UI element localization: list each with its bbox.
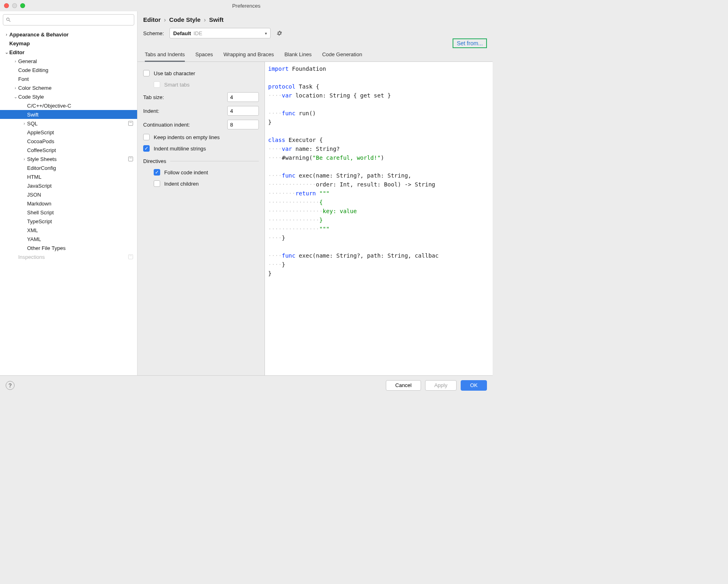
tab-code-generation[interactable]: Code Generation bbox=[322, 51, 362, 61]
scheme-label: Scheme: bbox=[143, 30, 164, 36]
chevron-down-icon: ▾ bbox=[265, 31, 267, 36]
sidebar-item-code-style[interactable]: ⌄Code Style bbox=[0, 92, 137, 101]
indent-input[interactable] bbox=[227, 106, 259, 116]
sidebar-item-style-sheets[interactable]: ›Style Sheets bbox=[0, 154, 137, 163]
sidebar-item-html[interactable]: HTML bbox=[0, 172, 137, 181]
sidebar-item-keymap[interactable]: Keymap bbox=[0, 39, 137, 48]
sidebar: ›Appearance & BehaviorKeymap⌄Editor›Gene… bbox=[0, 11, 138, 375]
set-from-link[interactable]: Set from... bbox=[453, 38, 487, 48]
sidebar-item-editor[interactable]: ⌄Editor bbox=[0, 48, 137, 57]
search-field[interactable] bbox=[13, 17, 131, 23]
tab-tabs-and-indents[interactable]: Tabs and Indents bbox=[145, 51, 185, 62]
directives-section: Directives bbox=[143, 158, 166, 164]
cancel-button[interactable]: Cancel bbox=[386, 380, 421, 391]
apply-button[interactable]: Apply bbox=[425, 380, 457, 391]
sidebar-item-applescript[interactable]: AppleScript bbox=[0, 128, 137, 137]
search-input[interactable] bbox=[3, 14, 134, 25]
sidebar-item-c-c-objective-c[interactable]: C/C++/Objective-C bbox=[0, 101, 137, 110]
sidebar-item-color-scheme[interactable]: ›Color Scheme bbox=[0, 83, 137, 92]
tab-size-label: Tab size: bbox=[143, 94, 164, 100]
tabs: Tabs and IndentsSpacesWrapping and Brace… bbox=[138, 42, 493, 62]
project-badge-icon bbox=[128, 121, 133, 126]
sidebar-item-swift[interactable]: Swift bbox=[0, 110, 137, 119]
follow-code-indent-checkbox[interactable]: Follow code indent bbox=[143, 167, 259, 178]
sidebar-item-shell-script[interactable]: Shell Script bbox=[0, 208, 137, 217]
gear-icon[interactable] bbox=[276, 30, 283, 36]
settings-panel: Use tab character Smart tabs Tab size: I… bbox=[138, 62, 265, 375]
tab-wrapping-and-braces[interactable]: Wrapping and Braces bbox=[223, 51, 274, 61]
ok-button[interactable]: OK bbox=[461, 380, 487, 391]
settings-tree: ›Appearance & BehaviorKeymap⌄Editor›Gene… bbox=[0, 28, 137, 375]
sidebar-item-general[interactable]: ›General bbox=[0, 57, 137, 66]
tab-spaces[interactable]: Spaces bbox=[195, 51, 213, 61]
sidebar-item-editorconfig[interactable]: EditorConfig bbox=[0, 163, 137, 172]
titlebar: Preferences bbox=[0, 0, 493, 11]
sidebar-item-markdown[interactable]: Markdown bbox=[0, 199, 137, 208]
tab-blank-lines[interactable]: Blank Lines bbox=[284, 51, 311, 61]
project-badge-icon bbox=[128, 254, 133, 259]
project-badge-icon bbox=[128, 157, 133, 161]
sidebar-item-code-editing[interactable]: Code Editing bbox=[0, 66, 137, 74]
indent-multiline-checkbox[interactable]: Indent multiline strings bbox=[143, 143, 259, 154]
sidebar-item-cocoapods[interactable]: CocoaPods bbox=[0, 137, 137, 146]
indent-children-checkbox[interactable]: Indent children bbox=[143, 178, 259, 189]
breadcrumb: Editor›Code Style›Swift bbox=[138, 11, 493, 26]
sidebar-item-sql[interactable]: ›SQL bbox=[0, 119, 137, 128]
sidebar-item-yaml[interactable]: YAML bbox=[0, 235, 137, 243]
scheme-select[interactable]: DefaultIDE▾ bbox=[169, 28, 271, 38]
minimize-icon bbox=[12, 3, 17, 8]
sidebar-item-font[interactable]: Font bbox=[0, 74, 137, 83]
tab-size-input[interactable] bbox=[227, 92, 259, 102]
help-button[interactable]: ? bbox=[6, 381, 15, 390]
continuation-indent-input[interactable] bbox=[227, 120, 259, 129]
sidebar-item-appearance-behavior[interactable]: ›Appearance & Behavior bbox=[0, 30, 137, 39]
smart-tabs-checkbox: Smart tabs bbox=[143, 79, 259, 90]
sidebar-item-typescript[interactable]: TypeScript bbox=[0, 217, 137, 226]
sidebar-item-json[interactable]: JSON bbox=[0, 190, 137, 199]
continuation-indent-label: Continuation indent: bbox=[143, 122, 190, 128]
keep-indents-empty-checkbox[interactable]: Keep indents on empty lines bbox=[143, 131, 259, 143]
zoom-icon[interactable] bbox=[20, 3, 25, 8]
code-preview: import Foundation protocol Task {····var… bbox=[265, 62, 493, 375]
close-icon[interactable] bbox=[4, 3, 9, 8]
use-tab-character-checkbox[interactable]: Use tab character bbox=[143, 68, 259, 79]
sidebar-item-xml[interactable]: XML bbox=[0, 226, 137, 235]
sidebar-item-javascript[interactable]: JavaScript bbox=[0, 181, 137, 190]
indent-label: Indent: bbox=[143, 108, 159, 114]
search-icon bbox=[6, 17, 11, 23]
window-title: Preferences bbox=[232, 3, 260, 9]
sidebar-item-coffeescript[interactable]: CoffeeScript bbox=[0, 146, 137, 154]
sidebar-item-inspections[interactable]: Inspections bbox=[0, 252, 137, 261]
sidebar-item-other-file-types[interactable]: Other File Types bbox=[0, 243, 137, 252]
